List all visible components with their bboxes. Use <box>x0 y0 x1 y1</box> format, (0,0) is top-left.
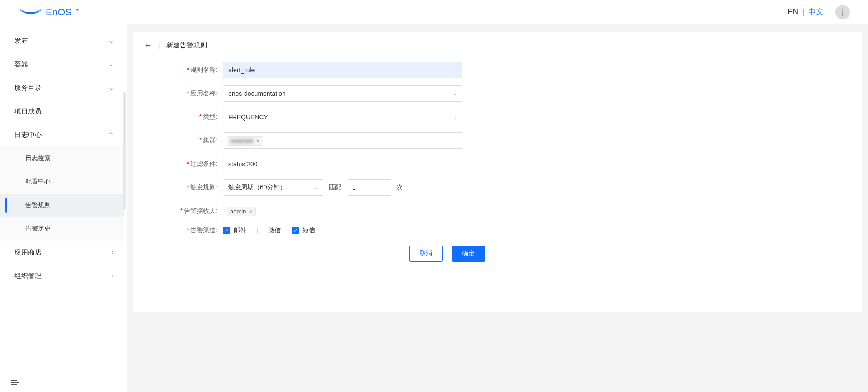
svg-point-3 <box>26 12 27 13</box>
scrollbar[interactable] <box>123 92 126 210</box>
tag-remove-icon[interactable]: ✕ <box>249 208 253 214</box>
page-title: 新建告警规则 <box>166 41 207 50</box>
logo[interactable]: EnOS ™ <box>18 7 79 18</box>
main-content: ← | 新建告警规则 *规则名称: alert_rule *应用名称: enos… <box>127 24 868 392</box>
sidebar: 发布 ⌄ 容器 ⌄ 服务目录 ⌄ 项目成员 日志中心 ⌃ 日志搜索 配置 <box>0 24 127 392</box>
ok-button[interactable]: 确定 <box>452 246 485 262</box>
label-trigger: *触发规则: <box>175 184 223 192</box>
trigger-period-select[interactable]: 触发周期（60分钟） ⌄ <box>223 179 323 196</box>
logo-swoosh-icon <box>18 7 43 17</box>
filter-input[interactable]: status:200 <box>223 156 462 172</box>
svg-point-8 <box>40 9 41 10</box>
chevron-right-icon: › <box>112 249 113 255</box>
avatar[interactable]: j <box>835 5 850 19</box>
cluster-multi-input[interactable]: redacted ✕ <box>223 132 462 149</box>
label-filter: *过滤条件: <box>175 160 223 168</box>
chevron-down-icon: ⌄ <box>314 184 318 191</box>
label-cluster: *集群: <box>175 137 223 145</box>
svg-point-7 <box>38 10 39 11</box>
chevron-down-icon: ⌄ <box>453 114 458 120</box>
sidebar-sub-alert-history[interactable]: 告警历史 <box>0 217 124 241</box>
sidebar-item-container[interactable]: 容器 ⌄ <box>0 52 124 76</box>
recipient-tag[interactable]: admin ✕ <box>227 207 256 216</box>
chevron-right-icon: › <box>112 273 113 279</box>
channel-wechat-checkbox[interactable]: 微信 <box>257 227 281 235</box>
lang-en[interactable]: EN <box>788 8 798 16</box>
svg-point-4 <box>30 12 31 13</box>
label-recipient: *告警接收人: <box>175 207 223 215</box>
language-switch[interactable]: EN | 中文 <box>788 7 824 17</box>
label-channel: *告警渠道: <box>175 227 223 235</box>
menu-collapse-icon[interactable] <box>11 379 19 387</box>
app-header: EnOS ™ EN | 中文 j <box>0 0 868 24</box>
logo-tm: ™ <box>75 9 79 13</box>
channel-email-checkbox[interactable]: ✓ 邮件 <box>223 227 246 235</box>
cancel-button[interactable]: 取消 <box>409 246 443 262</box>
svg-point-6 <box>36 11 37 12</box>
sidebar-item-log-center[interactable]: 日志中心 ⌃ <box>0 123 124 146</box>
logo-text: EnOS <box>46 7 72 18</box>
lang-sep: | <box>802 8 804 16</box>
svg-point-2 <box>24 11 25 12</box>
rule-name-input[interactable]: alert_rule <box>223 62 462 78</box>
svg-point-0 <box>20 9 21 10</box>
type-select[interactable]: FREQUENCY ⌄ <box>223 109 462 125</box>
sidebar-item-publish[interactable]: 发布 ⌄ <box>0 29 124 52</box>
sidebar-item-project-members[interactable]: 项目成员 <box>0 99 124 123</box>
match-label: 匹配 <box>329 184 341 192</box>
checkbox-checked-icon: ✓ <box>292 227 299 234</box>
checkbox-icon <box>257 227 264 234</box>
label-app-name: *应用名称: <box>175 90 223 98</box>
svg-point-5 <box>34 12 35 13</box>
lang-zh[interactable]: 中文 <box>808 8 824 16</box>
app-name-select[interactable]: enos-documentation ⌄ <box>223 85 462 102</box>
channel-sms-checkbox[interactable]: ✓ 短信 <box>292 227 315 235</box>
tag-remove-icon[interactable]: ✕ <box>256 138 260 144</box>
sidebar-sub-log-search[interactable]: 日志搜索 <box>0 146 124 170</box>
chevron-down-icon: ⌄ <box>109 85 113 91</box>
divider: | <box>158 42 160 49</box>
sidebar-sub-alert-rules[interactable]: 告警规则 <box>0 194 124 217</box>
alert-rule-form: *规则名称: alert_rule *应用名称: enos-documentat… <box>175 62 519 262</box>
panel-header: ← | 新建告警规则 <box>144 41 851 50</box>
trigger-times-input[interactable]: 1 <box>347 179 391 196</box>
recipient-multi-input[interactable]: admin ✕ <box>223 203 462 219</box>
times-suffix: 次 <box>396 184 403 192</box>
chevron-up-icon: ⌃ <box>109 132 113 138</box>
chevron-down-icon: ⌄ <box>109 61 113 67</box>
label-rule-name: *规则名称: <box>175 66 223 74</box>
checkbox-checked-icon: ✓ <box>223 227 230 234</box>
header-right: EN | 中文 j <box>788 5 850 19</box>
back-arrow-icon[interactable]: ← <box>144 41 152 50</box>
chevron-down-icon: ⌄ <box>453 90 458 97</box>
avatar-letter: j <box>842 8 843 16</box>
sidebar-item-org-management[interactable]: 组织管理 › <box>0 264 124 288</box>
sidebar-item-app-store[interactable]: 应用商店 › <box>0 241 124 264</box>
svg-point-1 <box>22 10 23 11</box>
cluster-tag[interactable]: redacted ✕ <box>227 136 263 146</box>
sidebar-item-service-catalog[interactable]: 服务目录 ⌄ <box>0 76 124 99</box>
panel: ← | 新建告警规则 *规则名称: alert_rule *应用名称: enos… <box>133 32 862 312</box>
sidebar-sub-config-center[interactable]: 配置中心 <box>0 170 124 194</box>
sidebar-footer <box>0 374 126 392</box>
label-type: *类型: <box>175 113 223 121</box>
chevron-down-icon: ⌄ <box>109 38 113 44</box>
